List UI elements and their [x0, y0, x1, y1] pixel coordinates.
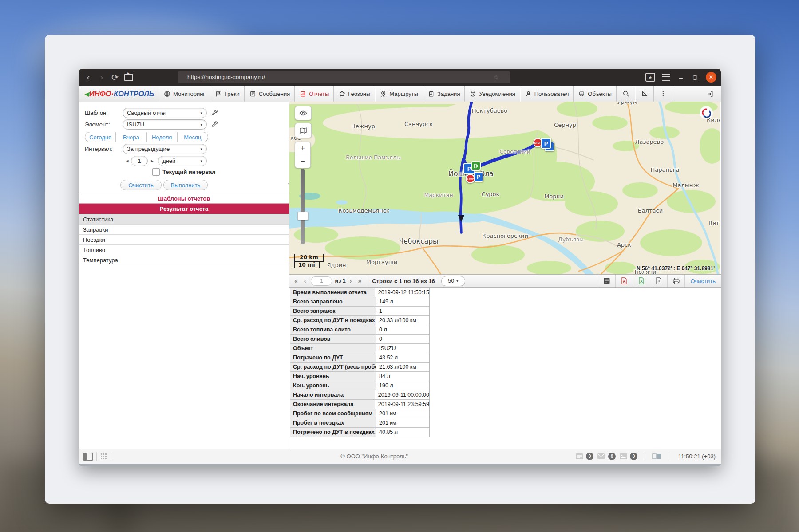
divider [645, 452, 645, 461]
export-buttons: A X Очистить [598, 275, 721, 287]
zoom-slider-handle[interactable] [297, 212, 309, 220]
back-button[interactable]: ‹ [82, 72, 95, 82]
increment-button[interactable]: ▸ [151, 158, 154, 164]
range-week-button[interactable]: Неделя [147, 132, 178, 142]
clear-results-button[interactable]: Очистить [684, 275, 721, 287]
maximize-button[interactable]: ▢ [692, 74, 699, 80]
current-interval-checkbox[interactable] [152, 168, 160, 176]
section-report-result[interactable]: Результат отчета [79, 204, 289, 214]
tab-monitoring[interactable]: Мониторинг [159, 86, 210, 102]
tab-notifications[interactable]: Уведомления [465, 86, 520, 102]
parking-marker[interactable]: P [474, 172, 483, 182]
app-logo[interactable]: ◀ ИНФО · КОНТРОЛЬ [79, 86, 159, 102]
print-button[interactable] [667, 275, 684, 287]
interval-count-input[interactable]: 1 [131, 156, 148, 166]
export-pdf-button[interactable]: A [615, 275, 633, 287]
row-value: 190 л [376, 381, 429, 390]
report-form: Шаблон: Сводный отчет▾ Элемент: ISUZU▾ С… [79, 102, 289, 193]
quick-range-group: Сегодня Вчера Неделя Месяц [85, 132, 208, 142]
stop-marker[interactable]: STOP [466, 174, 475, 183]
bookmarks-icon[interactable]: ★ [645, 73, 655, 82]
list-item-fuel[interactable]: Топливо [79, 245, 289, 255]
bookmark-star-icon[interactable]: ☆ [493, 71, 499, 83]
zoom-out-button[interactable]: − [295, 155, 310, 168]
element-select[interactable]: ISUZU▾ [123, 119, 207, 130]
measure-button[interactable] [635, 86, 654, 102]
notification-count-badge: 0 [586, 453, 593, 460]
tab-routes[interactable]: Маршруты [375, 86, 423, 102]
row-label: Всего топлива слито [290, 325, 376, 334]
table-row: Кон. уровень190 л [290, 381, 429, 390]
list-item-trips[interactable]: Поездки [79, 235, 289, 245]
decrement-button[interactable]: ◂ [126, 158, 129, 164]
parking-marker[interactable]: P [541, 138, 551, 149]
page-number-input[interactable]: 1 [311, 276, 332, 286]
template-select[interactable]: Сводный отчет▾ [123, 108, 207, 118]
table-view-button[interactable] [598, 275, 615, 287]
section-report-templates[interactable]: Шаблоны отчетов [79, 193, 289, 204]
tab-objects[interactable]: Объекты [574, 86, 617, 102]
table-icon [603, 277, 611, 285]
photo-icon[interactable] [619, 453, 628, 460]
tab-label: Отчеты [309, 91, 329, 97]
vehicle-icon [578, 91, 585, 97]
first-page-button[interactable]: « [291, 277, 301, 284]
map-label: Нежнур [351, 123, 375, 130]
zoom-in-button[interactable]: + [295, 142, 310, 155]
forward-button[interactable]: › [95, 72, 108, 82]
tab-tracks[interactable]: Треки [210, 86, 245, 102]
tab-geozones[interactable]: Геозоны [334, 86, 375, 102]
new-window-icon[interactable] [124, 74, 133, 81]
range-today-button[interactable]: Сегодня [85, 132, 116, 142]
mail-icon[interactable] [597, 453, 606, 460]
interval-unit-select[interactable]: дней▾ [158, 156, 207, 166]
list-item-statistics[interactable]: Статистика [79, 214, 289, 225]
range-month-button[interactable]: Месяц [178, 132, 208, 142]
titlebar-controls: ★ – ▢ ✕ [645, 69, 716, 86]
next-page-button[interactable]: › [347, 277, 355, 284]
clear-form-button[interactable]: Очистить [120, 180, 162, 190]
interval-select[interactable]: За предыдущие▾ [123, 144, 207, 154]
search-button[interactable] [617, 86, 635, 102]
url-bar[interactable]: https://hosting.ic-company.ru/ ☆ [178, 71, 510, 83]
tab-reports[interactable]: Отчеты [295, 86, 334, 102]
template-settings-button[interactable] [211, 109, 218, 116]
more-menu-button[interactable] [654, 86, 672, 102]
toggle-sidebar-button[interactable] [83, 453, 93, 461]
logout-button[interactable] [702, 86, 717, 102]
notifications-icon[interactable] [575, 453, 584, 460]
map[interactable]: Пектубаево Нежнур Санчурск Уржум Сернур … [289, 102, 720, 274]
run-report-button[interactable]: Выполнить [163, 180, 208, 190]
printer-icon [672, 277, 680, 285]
layers-button[interactable] [295, 123, 312, 138]
list-item-refuels[interactable]: Заправки [79, 225, 289, 235]
tab-tasks[interactable]: Задания [423, 86, 465, 102]
export-excel-button[interactable]: X [633, 275, 650, 287]
map-label: Большие Памъялы [346, 154, 401, 161]
cards-view-icon[interactable] [652, 453, 661, 460]
tab-users[interactable]: Пользовател [520, 86, 574, 102]
grid-view-button[interactable] [100, 453, 107, 460]
row-value: 1 [376, 307, 429, 315]
range-yesterday-button[interactable]: Вчера [116, 132, 146, 142]
map-label: Пектубаево [472, 107, 508, 114]
prev-page-button[interactable]: ‹ [301, 277, 309, 284]
zoom-slider-track[interactable] [301, 169, 305, 244]
fuel-station-marker[interactable] [471, 161, 481, 171]
last-page-button[interactable]: » [355, 277, 364, 284]
map-label: Чебоксары [399, 237, 439, 245]
reload-button[interactable]: ⟳ [108, 72, 122, 83]
minimize-button[interactable]: – [677, 74, 684, 81]
tab-messages[interactable]: Сообщения [245, 86, 295, 102]
row-label: Нач. уровень [290, 372, 376, 381]
list-item-temperature[interactable]: Температура [79, 255, 289, 265]
menu-icon[interactable] [662, 74, 670, 81]
page-size-select[interactable]: 50 ▾ [441, 276, 465, 286]
element-settings-button[interactable] [211, 121, 218, 128]
row-value: 2019-09-11 00:00:00 [375, 390, 429, 399]
excel-icon: X [637, 277, 645, 285]
close-button[interactable]: ✕ [706, 72, 716, 83]
map-provider-logo[interactable] [700, 106, 713, 119]
export-file-button[interactable] [650, 275, 667, 287]
visibility-button[interactable] [295, 106, 312, 120]
